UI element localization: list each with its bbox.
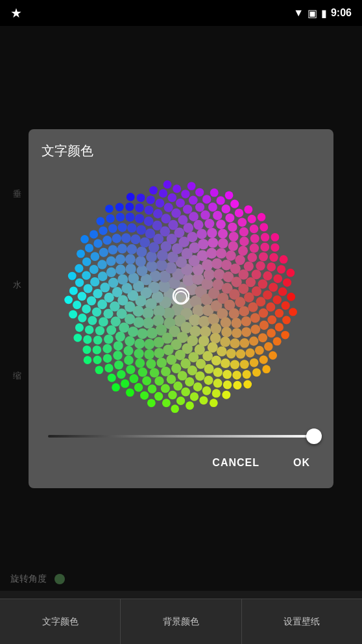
color-wheel-container[interactable]: [42, 173, 320, 422]
dialog-overlay: 文字颜色 CANCEL OK: [0, 26, 362, 591]
battery-icon: ▮: [321, 7, 327, 19]
brightness-slider-container[interactable]: [42, 435, 320, 438]
cancel-button[interactable]: CANCEL: [202, 451, 270, 475]
color-wheel[interactable]: [58, 173, 304, 419]
status-bar-left: ★: [10, 5, 22, 21]
text-color-button[interactable]: 文字颜色: [0, 599, 121, 644]
dialog-buttons: CANCEL OK: [42, 451, 320, 475]
brightness-thumb[interactable]: [306, 428, 322, 444]
set-wallpaper-button[interactable]: 设置壁纸: [242, 599, 362, 644]
signal-icon: ▣: [308, 7, 317, 19]
brightness-track[interactable]: [48, 435, 314, 438]
ok-button[interactable]: OK: [283, 451, 320, 475]
bg-color-button[interactable]: 背景颜色: [121, 599, 241, 644]
dialog-title: 文字颜色: [42, 142, 320, 160]
star-icon: ★: [10, 5, 22, 21]
time-display: 9:06: [331, 7, 352, 19]
wifi-icon: ▼: [293, 7, 304, 19]
status-bar: ★ ▼ ▣ ▮ 9:06: [0, 0, 362, 26]
bottom-bar: 文字颜色 背景颜色 设置壁纸: [0, 599, 362, 644]
color-picker-dialog: 文字颜色 CANCEL OK: [29, 129, 333, 488]
status-bar-right: ▼ ▣ ▮ 9:06: [293, 7, 352, 19]
